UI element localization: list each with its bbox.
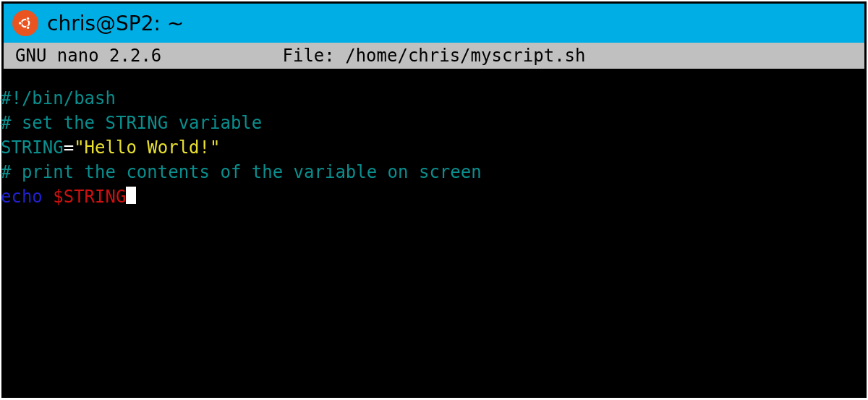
terminal-window: chris@SP2: ~ GNU nano 2.2.6 File: /home/… bbox=[1, 1, 867, 398]
cursor bbox=[126, 187, 136, 204]
nano-app-label: GNU nano 2.2.6 bbox=[5, 43, 161, 69]
string-value: "Hello World!" bbox=[74, 137, 220, 158]
titlebar[interactable]: chris@SP2: ~ bbox=[4, 4, 864, 43]
editor-content[interactable]: #!/bin/bash# set the STRING variableSTRI… bbox=[1, 69, 864, 209]
var-name: STRING bbox=[1, 137, 64, 158]
svg-point-4 bbox=[26, 26, 30, 30]
nano-file-path: /home/chris/myscript.sh bbox=[345, 46, 585, 66]
assign-op: = bbox=[64, 137, 74, 158]
nano-file-info: File: /home/chris/myscript.sh bbox=[282, 43, 585, 69]
nano-file-label: File: bbox=[282, 46, 334, 66]
window-title: chris@SP2: ~ bbox=[47, 12, 184, 35]
nano-header: GNU nano 2.2.6 File: /home/chris/myscrip… bbox=[4, 43, 864, 69]
comment-line-2: # print the contents of the variable on … bbox=[1, 162, 482, 182]
var-reference: $STRING bbox=[53, 187, 126, 207]
comment-line-1: # set the STRING variable bbox=[1, 113, 262, 133]
shebang-line: #!/bin/bash bbox=[1, 88, 116, 108]
svg-point-2 bbox=[18, 22, 22, 25]
echo-keyword: echo bbox=[1, 187, 43, 207]
ubuntu-icon bbox=[12, 10, 38, 36]
svg-point-3 bbox=[26, 17, 30, 20]
